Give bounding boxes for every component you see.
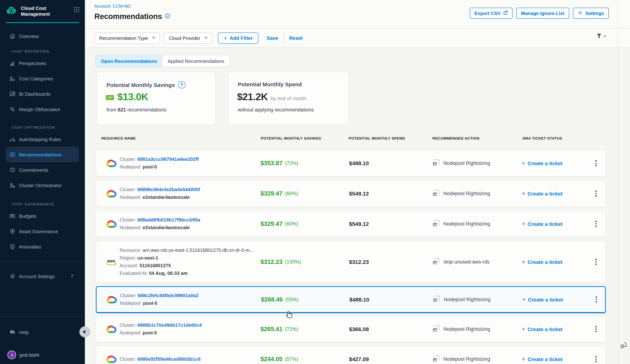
recommendation-row[interactable]: Cluster: 68898c064e3e2ba0e544005fNodepoo…	[96, 180, 606, 207]
user-name: jyoti.bisht	[20, 352, 39, 358]
sidebar-collapse-button[interactable]	[80, 326, 90, 337]
help-circle-icon[interactable]: ?	[178, 81, 185, 88]
row-menu-button[interactable]	[591, 150, 601, 176]
add-filter-button[interactable]: + Add Filter	[218, 32, 258, 44]
sidebar-item-help[interactable]: ? Help	[6, 325, 79, 340]
reset-filter-link[interactable]: Reset	[289, 35, 303, 41]
app-logo-row: Cloud CostManagement	[0, 0, 85, 20]
row-menu-button[interactable]	[591, 316, 601, 342]
resource-details: Cluster: 68898c064e3e2ba0e544005fNodepoo…	[120, 181, 200, 206]
sidebar-item-commitments[interactable]: Commitments	[6, 162, 79, 178]
plus-icon: +	[522, 190, 525, 197]
rightsizing-icon	[432, 159, 440, 168]
create-ticket-button[interactable]: +Create a ticket	[522, 150, 562, 176]
recommendation-row[interactable]: Cluster: 688add6fb019b17f9bccb95aNodepoo…	[96, 210, 606, 237]
sidebar-item-budgets[interactable]: Budgets	[6, 208, 79, 224]
create-ticket-button[interactable]: +Create a ticket	[522, 287, 563, 312]
plus-icon: +	[522, 356, 525, 363]
recommendation-row[interactable]: Cluster: 6888b1c70e49db17c1de60c4Nodepoo…	[96, 316, 606, 343]
recommendation-row[interactable]: awsResource: arn:aws:rds:us-east-1:51161…	[96, 241, 606, 283]
row-menu-button[interactable]	[591, 241, 601, 283]
sidebar-item-bi-dashboards[interactable]: BI Dashboards	[6, 86, 79, 102]
potential-savings-value: $312.23(100%)	[260, 241, 301, 283]
tab-open-recommendations[interactable]: Open Recommendations	[96, 55, 162, 67]
row-menu-button[interactable]	[591, 181, 601, 206]
create-ticket-button[interactable]: +Create a ticket	[522, 241, 562, 283]
table-header: RESOURCE NAMEPOTENTIAL MONTHLY SAVINGSPO…	[85, 136, 630, 144]
sidebar-item-cluster-orchestrator[interactable]: Cluster Orchestrator	[6, 178, 79, 193]
resource-link[interactable]: 6886e92f59a48cad86b5b1c6	[138, 356, 201, 362]
spend-amount: $21.2K	[237, 91, 268, 103]
create-ticket-button[interactable]: +Create a ticket	[522, 346, 562, 364]
resource-link[interactable]: 68898c064e3e2ba0e544005f	[138, 187, 200, 192]
user-menu[interactable]: J jyoti.bisht	[6, 347, 39, 363]
sidebar-item-anomalies[interactable]: Anomalies	[6, 239, 79, 254]
resource-link[interactable]: 688add6fb019b17f9bccb95a	[138, 217, 200, 222]
resource-details: Cluster: 688c2fefc84fbdc99801a0a2Nodepoo…	[120, 287, 198, 312]
create-ticket-button[interactable]: +Create a ticket	[522, 316, 562, 342]
filter-panel-toggle[interactable]	[596, 33, 606, 39]
sidebar-item-margin-obfuscation[interactable]: Margin Obfuscation	[6, 102, 79, 117]
plus-icon: +	[224, 35, 227, 41]
cluster-icon	[9, 182, 16, 188]
shapes-icon	[9, 75, 16, 82]
sidebar-item-cost-categories[interactable]: Cost Categories	[6, 71, 79, 86]
recommended-action: Nodepool Rightsizing	[432, 287, 490, 312]
create-ticket-button[interactable]: +Create a ticket	[522, 211, 562, 237]
recommendation-row[interactable]: Cluster: 688c2fefc84fbdc99801a0a2Nodepoo…	[96, 286, 606, 313]
support-chat-icon[interactable]	[620, 341, 628, 351]
svg-text:aws: aws	[107, 258, 115, 263]
row-menu-button[interactable]	[591, 211, 601, 237]
sidebar-item-overview[interactable]: Overview	[6, 29, 79, 43]
recommended-action: Nodepool Rightsizing	[432, 211, 490, 237]
settings-button[interactable]: Settings	[573, 8, 609, 19]
resource-link[interactable]: 6881a3ccc887941a4ee202ff	[138, 157, 199, 162]
row-menu-button[interactable]	[591, 346, 601, 364]
rightsizing-icon	[432, 325, 440, 334]
sidebar-item-perspectives[interactable]: Perspectives	[6, 56, 79, 71]
resource-details: Cluster: 6881a3ccc887941a4ee202ffNodepoo…	[120, 150, 199, 176]
money-icon: $	[106, 94, 114, 102]
bar-chart-icon	[9, 60, 16, 66]
plus-icon: +	[522, 296, 526, 303]
create-ticket-button[interactable]: +Create a ticket	[522, 181, 562, 206]
filter-dropdown-recommendation-type[interactable]: Recommendation Type	[94, 32, 160, 44]
resource-link[interactable]: 688c2fefc84fbdc99801a0a2	[138, 293, 199, 298]
breadcrumb[interactable]: Account: CCM-NG	[94, 4, 131, 9]
sidebar-item-recommendations[interactable]: Recommendations	[6, 147, 79, 162]
sidebar-section-cost-optimization: COST OPTIMIZATION	[0, 124, 85, 132]
tab-applied-recommendations[interactable]: Applied Recommendations	[162, 55, 230, 67]
percent-icon	[9, 106, 16, 113]
gcp-logo-icon	[105, 181, 118, 206]
spend-subtext: without applying recommendations	[238, 107, 314, 113]
row-menu-button[interactable]	[591, 287, 602, 312]
filter-dropdown-cloud-provider[interactable]: Cloud Provider	[164, 32, 212, 44]
recommendations-icon	[9, 151, 16, 158]
module-grid-icon[interactable]	[74, 6, 80, 14]
potential-savings-card: Potential Monthly Savings ? $ $13.0K fro…	[96, 72, 216, 125]
app-root: Cloud CostManagement OverviewCOST REPORT…	[0, 0, 630, 364]
potential-spend-value: $549.12	[349, 181, 369, 206]
divider	[619, 0, 619, 364]
recommended-action: Nodepool Rightsizing	[432, 181, 490, 206]
recommendation-row[interactable]: Cluster: 6886e92f59a48cad86b5b1c6$244.05…	[96, 346, 606, 364]
potential-savings-value: $329.47(60%)	[260, 181, 298, 206]
potential-spend-value: $312.23	[349, 241, 369, 283]
recommendation-row[interactable]: Cluster: 6881a3ccc887941a4ee202ffNodepoo…	[96, 150, 606, 177]
resource-details: Cluster: 688add6fb019b17f9bccb95aNodepoo…	[120, 211, 200, 237]
plus-icon: +	[522, 220, 525, 227]
save-filter-link[interactable]: Save	[267, 35, 278, 41]
sidebar-item-asset-governance[interactable]: Asset Governance	[6, 224, 79, 239]
potential-savings-value: $265.41(72%)	[260, 316, 298, 342]
column-header-resource-name: RESOURCE NAME	[101, 136, 136, 140]
rightsizing-icon	[432, 189, 440, 198]
info-icon[interactable]	[165, 13, 170, 20]
resource-link[interactable]: 6888b1c70e49db17c1de60c4	[138, 322, 202, 328]
sidebar-item-autostopping-rules[interactable]: AutoStopping Rules	[6, 132, 79, 147]
sidebar-item-account-settings[interactable]: Account Settings	[6, 269, 79, 284]
savings-card-title: Potential Monthly Savings	[106, 82, 175, 88]
export-csv-button[interactable]: Export CSV	[470, 8, 512, 19]
recommended-action: Nodepool Rightsizing	[432, 346, 490, 364]
home-icon	[9, 33, 16, 39]
manage-ignore-list-button[interactable]: Manage Ignore List	[516, 8, 569, 19]
